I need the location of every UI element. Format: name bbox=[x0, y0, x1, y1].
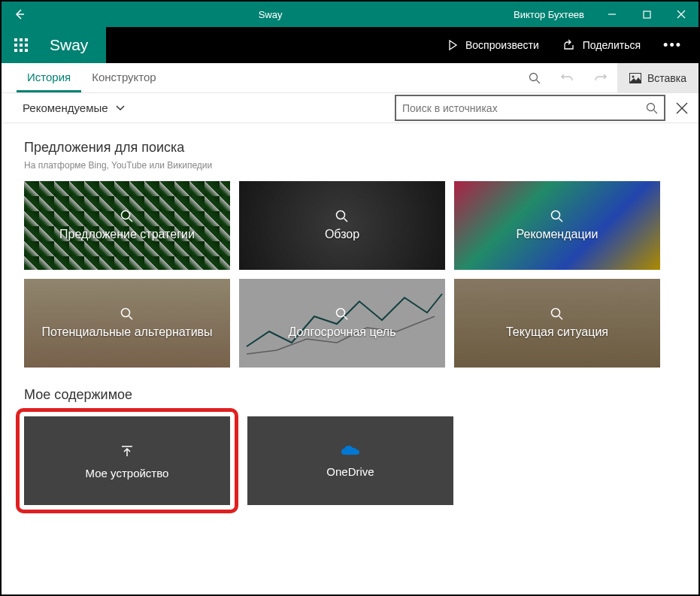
mycontent-heading: Мое содержимое bbox=[24, 387, 676, 403]
content-panel: Предложения для поиска На платформе Bing… bbox=[2, 123, 698, 594]
suggestion-tile-alternatives[interactable]: Потенциальные альтернативы bbox=[24, 279, 230, 368]
svg-point-16 bbox=[552, 211, 560, 219]
app-name[interactable]: Sway bbox=[41, 27, 106, 63]
redo-icon bbox=[594, 71, 607, 84]
search-icon bbox=[120, 210, 134, 223]
svg-rect-5 bbox=[20, 44, 23, 47]
redo-button[interactable] bbox=[584, 63, 617, 92]
tile-label: Рекомендации bbox=[517, 228, 598, 241]
my-device-label: Мое устройство bbox=[86, 467, 169, 480]
tab-design[interactable]: Конструктор bbox=[81, 63, 167, 92]
waffle-icon bbox=[14, 38, 28, 52]
play-label: Воспроизвести bbox=[465, 39, 539, 51]
close-panel-button[interactable] bbox=[665, 93, 698, 123]
svg-rect-1 bbox=[14, 38, 17, 41]
search-icon bbox=[529, 72, 541, 84]
image-icon bbox=[629, 73, 641, 83]
suggestion-tile-recommendations[interactable]: Рекомендации bbox=[454, 181, 660, 270]
upload-icon bbox=[119, 443, 135, 459]
minimize-icon bbox=[608, 10, 617, 19]
close-window-button[interactable] bbox=[664, 2, 698, 27]
arrow-left-icon bbox=[14, 8, 26, 20]
svg-point-13 bbox=[647, 103, 655, 110]
suggestion-tile-longterm[interactable]: Долгосрочная цель bbox=[239, 279, 445, 368]
suggestions-subheading: На платформе Bing, YouTube или Википедии bbox=[24, 160, 676, 171]
suggestion-tile-overview[interactable]: Обзор bbox=[239, 181, 445, 270]
onedrive-tile[interactable]: OneDrive bbox=[247, 416, 453, 505]
onedrive-icon bbox=[340, 444, 361, 458]
undo-icon bbox=[561, 71, 574, 84]
close-icon bbox=[676, 102, 688, 114]
search-icon bbox=[550, 307, 564, 321]
play-icon bbox=[447, 40, 458, 50]
filter-bar: Рекомендуемые bbox=[2, 93, 698, 123]
svg-point-10 bbox=[529, 73, 537, 80]
dropdown-label: Рекомендуемые bbox=[23, 101, 108, 114]
source-dropdown[interactable]: Рекомендуемые bbox=[17, 93, 131, 123]
search-icon bbox=[646, 102, 658, 114]
search-icon bbox=[550, 210, 564, 223]
search-icon bbox=[335, 307, 349, 321]
app-launcher[interactable] bbox=[2, 27, 41, 63]
suggestions-grid: Предложение стратегии Обзор Рекомендации… bbox=[24, 181, 676, 368]
svg-rect-2 bbox=[20, 38, 23, 41]
svg-point-18 bbox=[337, 309, 345, 317]
search-box[interactable] bbox=[395, 95, 665, 121]
tab-story[interactable]: История bbox=[17, 63, 81, 92]
tile-label: Текущая ситуация bbox=[506, 325, 608, 339]
my-device-tile[interactable]: Мое устройство bbox=[24, 416, 230, 505]
minimize-button[interactable] bbox=[595, 2, 629, 27]
svg-rect-6 bbox=[25, 44, 28, 47]
tile-label: Долгосрочная цель bbox=[289, 325, 396, 339]
highlight-annotation: Мое устройство bbox=[16, 408, 238, 513]
search-input[interactable] bbox=[402, 102, 646, 114]
tile-label: Предложение стратегии bbox=[59, 228, 195, 241]
play-button[interactable]: Воспроизвести bbox=[435, 27, 551, 63]
svg-rect-4 bbox=[14, 44, 17, 47]
tile-label: Обзор bbox=[325, 228, 359, 241]
suggestions-heading: Предложения для поиска bbox=[24, 140, 676, 156]
svg-rect-3 bbox=[25, 38, 28, 41]
svg-point-17 bbox=[122, 309, 130, 317]
share-label: Поделиться bbox=[583, 39, 641, 51]
svg-point-19 bbox=[552, 309, 560, 317]
suggestion-tile-situation[interactable]: Текущая ситуация bbox=[454, 279, 660, 368]
share-button[interactable]: Поделиться bbox=[551, 27, 653, 63]
suggestion-tile-strategy[interactable]: Предложение стратегии bbox=[24, 181, 230, 270]
close-icon bbox=[677, 10, 686, 19]
maximize-button[interactable] bbox=[629, 2, 664, 27]
insert-button[interactable]: Вставка bbox=[617, 63, 698, 92]
chevron-down-icon bbox=[116, 105, 125, 111]
window-title: Sway bbox=[38, 9, 503, 20]
share-icon bbox=[563, 39, 575, 51]
ellipsis-icon: ••• bbox=[663, 38, 682, 53]
mycontent-grid: Мое устройство OneDrive bbox=[24, 416, 676, 513]
svg-rect-9 bbox=[25, 49, 28, 52]
svg-point-15 bbox=[337, 211, 345, 219]
onedrive-label: OneDrive bbox=[326, 465, 374, 478]
svg-rect-8 bbox=[20, 49, 23, 52]
svg-rect-7 bbox=[14, 49, 17, 52]
svg-point-12 bbox=[632, 75, 634, 77]
svg-rect-0 bbox=[644, 11, 650, 18]
undo-button[interactable] bbox=[551, 63, 584, 92]
user-name[interactable]: Виктор Бухтеев bbox=[503, 9, 595, 20]
search-icon bbox=[335, 210, 349, 223]
titlebar: Sway Виктор Бухтеев bbox=[2, 2, 698, 27]
tile-label: Потенциальные альтернативы bbox=[41, 325, 212, 339]
search-toggle[interactable] bbox=[518, 63, 551, 92]
command-bar: История Конструктор Вставка bbox=[2, 63, 698, 93]
search-icon bbox=[120, 307, 134, 321]
insert-label: Вставка bbox=[647, 72, 686, 84]
svg-point-14 bbox=[122, 211, 130, 219]
topbar-spacer bbox=[106, 27, 429, 63]
more-button[interactable]: ••• bbox=[653, 27, 692, 63]
back-button[interactable] bbox=[2, 8, 38, 20]
topbar-actions: Воспроизвести Поделиться ••• bbox=[429, 27, 698, 63]
maximize-icon bbox=[643, 11, 651, 19]
app-bar: Sway Воспроизвести Поделиться ••• bbox=[2, 27, 698, 63]
